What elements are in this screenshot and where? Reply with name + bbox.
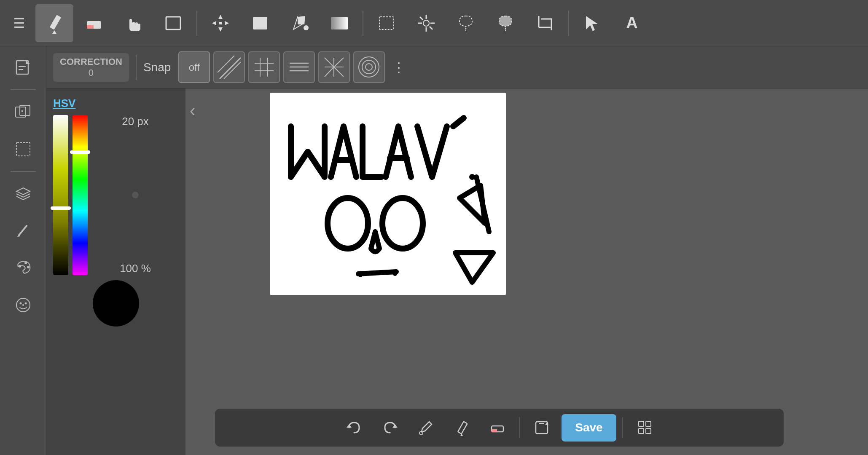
snap-horizontal-icon: [288, 56, 311, 79]
svg-rect-82: [639, 428, 644, 434]
brightness-handle: [51, 206, 71, 210]
menu-icon: ☰: [13, 15, 25, 31]
snap-divider: [136, 55, 137, 80]
snap-circles-button[interactable]: [353, 51, 385, 83]
redo-icon: [382, 419, 398, 436]
snap-more-button[interactable]: ⋮: [388, 51, 409, 83]
palette-button[interactable]: [6, 251, 40, 285]
correction-value: 0: [60, 67, 122, 78]
snap-grid-button[interactable]: [248, 51, 280, 83]
eyedropper-icon: [417, 419, 434, 436]
select-rect-tool[interactable]: [368, 4, 406, 42]
snap-label: Snap: [143, 61, 171, 74]
hand-tool[interactable]: [115, 4, 153, 42]
svg-rect-83: [646, 428, 651, 434]
lasso-fill-icon: [495, 13, 516, 34]
color-sliders-row: 20 px 100 %: [53, 115, 179, 275]
export-button[interactable]: [526, 414, 557, 442]
snap-rays-button[interactable]: [318, 51, 350, 83]
rectangle-tool[interactable]: [154, 4, 192, 42]
bottom-divider-2: [622, 417, 623, 438]
svg-rect-33: [21, 110, 23, 112]
svg-marker-8: [225, 21, 229, 25]
snap-grid-icon: [253, 56, 276, 79]
hue-slider[interactable]: [73, 115, 88, 275]
cursor-tool[interactable]: [573, 4, 611, 42]
cursor-icon: [582, 13, 603, 34]
crop-tool[interactable]: [526, 4, 564, 42]
menu-button[interactable]: ☰: [4, 4, 34, 42]
palette-icon: [14, 259, 32, 277]
move-icon: [210, 13, 231, 34]
gallery-button[interactable]: [6, 95, 40, 129]
apps-button[interactable]: [629, 414, 661, 442]
brightness-slider[interactable]: [53, 115, 68, 275]
redo-button[interactable]: [374, 414, 406, 442]
eraser-bottom-button[interactable]: [481, 414, 513, 442]
save-button[interactable]: Save: [562, 414, 616, 442]
lasso-fill-tool[interactable]: [486, 4, 524, 42]
gradient-tool[interactable]: [320, 4, 358, 42]
snap-horizontal-button[interactable]: [283, 51, 315, 83]
undo-icon: [346, 419, 363, 436]
snap-diagonal-button[interactable]: [213, 51, 245, 83]
eraser-bottom-icon: [489, 419, 506, 436]
fill-tool[interactable]: [281, 4, 319, 42]
lasso-tool[interactable]: [447, 4, 485, 42]
bottom-toolbar: Save: [215, 409, 784, 447]
save-label: Save: [575, 421, 602, 434]
text-tool[interactable]: A: [613, 4, 651, 42]
fill-rect-tool[interactable]: [241, 4, 279, 42]
toolbar-divider-3: [568, 11, 569, 36]
svg-point-11: [304, 25, 309, 30]
size-dot: [132, 192, 139, 198]
lasso-icon: [455, 13, 476, 34]
layers-button[interactable]: [6, 177, 40, 211]
color-panel: HSV 20 px 100 %: [46, 88, 185, 455]
new-canvas-button[interactable]: [6, 51, 40, 84]
svg-line-56: [334, 67, 344, 77]
size-value: 20 px: [92, 115, 179, 128]
undo-button[interactable]: [338, 414, 370, 442]
color-swatch[interactable]: [93, 280, 139, 327]
apps-icon: [637, 419, 653, 436]
svg-line-19: [430, 27, 433, 29]
svg-line-54: [334, 58, 344, 67]
hand-icon: [123, 13, 144, 34]
svg-marker-71: [347, 424, 352, 428]
svg-rect-4: [166, 17, 180, 29]
svg-line-52: [325, 58, 334, 67]
drawing-canvas[interactable]: [270, 93, 506, 295]
pencil-tool[interactable]: [35, 4, 73, 42]
eyedropper-button[interactable]: [410, 414, 441, 442]
eraser-tool[interactable]: [75, 4, 113, 42]
svg-line-43: [218, 56, 234, 72]
svg-point-37: [27, 266, 30, 268]
snap-off-button[interactable]: off: [178, 51, 210, 83]
eraser-icon: [83, 13, 105, 34]
correction-box[interactable]: CORRECTION 0: [53, 53, 129, 82]
brush-button[interactable]: [6, 214, 40, 248]
gradient-icon: [329, 13, 350, 34]
selection-button[interactable]: [6, 132, 40, 166]
snap-toolbar: CORRECTION 0 Snap off: [46, 46, 868, 88]
svg-point-35: [19, 265, 21, 268]
magic-wand-tool[interactable]: [407, 4, 445, 42]
move-tool[interactable]: [202, 4, 239, 42]
hsv-label[interactable]: HSV: [53, 97, 75, 110]
svg-line-42: [220, 58, 241, 79]
svg-point-64: [328, 198, 368, 249]
back-arrow-button[interactable]: ‹: [190, 101, 195, 120]
svg-rect-12: [331, 17, 348, 29]
stickers-button[interactable]: [6, 288, 40, 322]
color-panel-header: HSV: [53, 97, 179, 110]
left-sidebar: [0, 46, 46, 455]
svg-line-44: [224, 62, 241, 79]
svg-line-18: [420, 17, 423, 20]
svg-point-39: [19, 302, 21, 305]
pencil-icon: [44, 13, 65, 34]
opacity-value: 100 %: [92, 262, 179, 275]
pencil-bottom-button[interactable]: [446, 414, 477, 442]
svg-marker-27: [586, 16, 598, 31]
svg-rect-9: [219, 22, 222, 24]
